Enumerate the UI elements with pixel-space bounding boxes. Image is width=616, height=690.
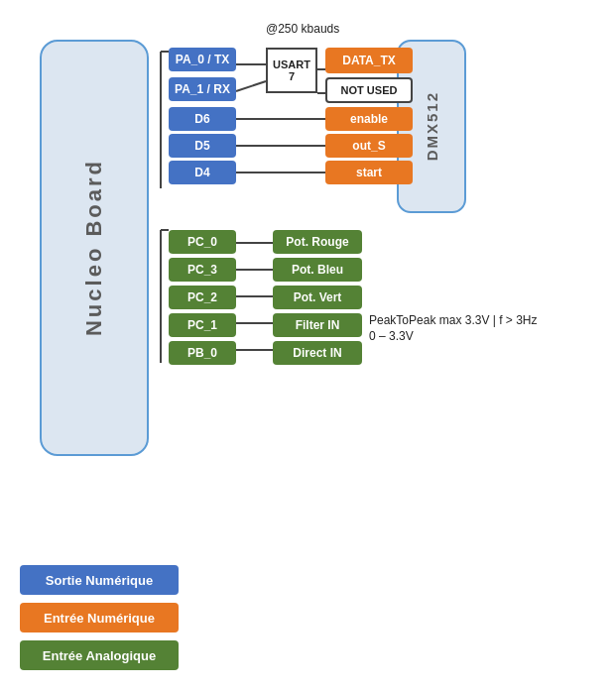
not-used-box: NOT USED (325, 77, 413, 103)
pot-bleu-box: Pot. Bleu (273, 258, 362, 282)
voltage-label: 0 – 3.3V (369, 329, 414, 343)
pc3-box: PC_3 (169, 258, 236, 282)
legend: Sortie Numérique Entrée Numérique Entrée… (20, 565, 179, 670)
enable-box: enable (325, 107, 413, 131)
pc1-box: PC_1 (169, 313, 236, 337)
direct-in-box: Direct IN (273, 341, 362, 365)
filter-in-box: Filter IN (273, 313, 362, 337)
pa1rx-box: PA_1 / RX (169, 77, 236, 101)
pc2-box: PC_2 (169, 286, 236, 309)
data-tx-box: DATA_TX (325, 48, 413, 73)
pa0tx-box: PA_0 / TX (169, 48, 236, 71)
start-box: start (325, 161, 413, 184)
legend-sortie-numerique: Sortie Numérique (20, 565, 179, 595)
pot-rouge-box: Pot. Rouge (273, 230, 362, 254)
d4-box: D4 (169, 161, 236, 184)
pot-vert-box: Pot. Vert (273, 286, 362, 309)
peak-label: PeakToPeak max 3.3V | f > 3Hz (369, 313, 538, 327)
pb0-box: PB_0 (169, 341, 236, 365)
legend-entree-analogique: Entrée Analogique (20, 640, 179, 670)
usart-box: USART 7 (266, 48, 317, 93)
d6-box: D6 (169, 107, 236, 131)
nucleo-board-label: Nucleo Board (40, 40, 149, 456)
out-s-box: out_S (325, 134, 413, 158)
pc0-box: PC_0 (169, 230, 236, 254)
kbauds-label: @250 kbauds (266, 22, 339, 36)
d5-box: D5 (169, 134, 236, 158)
svg-line-1 (236, 81, 266, 91)
legend-entree-numerique: Entrée Numérique (20, 603, 179, 632)
